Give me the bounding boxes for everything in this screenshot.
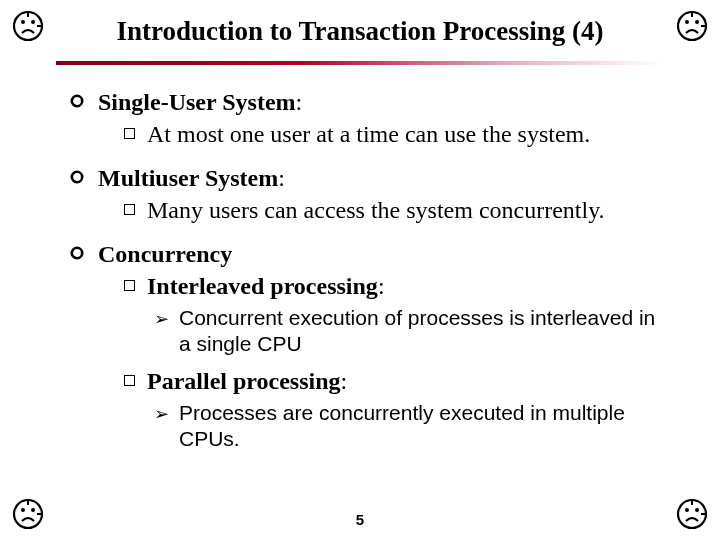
slide-title: Introduction to Transaction Processing (… (0, 0, 720, 47)
svg-point-6 (685, 20, 689, 24)
list-item: Multiuser System: Many users can access … (70, 163, 672, 225)
list-item: Single-User System: At most one user at … (70, 87, 672, 149)
list-item: Concurrency Interleaved processing: ➢ Co… (70, 239, 672, 452)
item-heading: Multiuser System: (98, 163, 672, 193)
bullet-circle-icon (70, 246, 84, 260)
svg-point-7 (695, 20, 699, 24)
svg-point-22 (72, 248, 82, 258)
bullet-square-icon (124, 204, 135, 215)
page-number: 5 (0, 511, 720, 528)
bullet-square-icon (124, 128, 135, 139)
list-subitem: At most one user at a time can use the s… (124, 119, 672, 149)
bullet-arrow-icon: ➢ (154, 310, 169, 328)
subitem-text: Many users can access the system concurr… (147, 195, 672, 225)
svg-point-2 (31, 20, 35, 24)
clock-sad-icon (12, 10, 44, 42)
svg-point-21 (72, 172, 82, 182)
subitem-text: Parallel processing: (147, 366, 672, 396)
subsubitem-text: Concurrent execution of processes is int… (179, 305, 672, 358)
list-subitem: Parallel processing: (124, 366, 672, 396)
item-heading: Concurrency (98, 239, 672, 269)
bullet-square-icon (124, 280, 135, 291)
bullet-arrow-icon: ➢ (154, 405, 169, 423)
list-subitem: Interleaved processing: (124, 271, 672, 301)
clock-sad-icon (676, 10, 708, 42)
subitem-text: At most one user at a time can use the s… (147, 119, 672, 149)
item-heading: Single-User System: (98, 87, 672, 117)
bullet-circle-icon (70, 170, 84, 184)
bullet-circle-icon (70, 94, 84, 108)
svg-point-20 (72, 96, 82, 106)
list-subsubitem: ➢ Concurrent execution of processes is i… (154, 305, 672, 358)
slide-content: Single-User System: At most one user at … (0, 65, 720, 452)
list-subsubitem: ➢ Processes are concurrently executed in… (154, 400, 672, 453)
subitem-text: Interleaved processing: (147, 271, 672, 301)
list-subitem: Many users can access the system concurr… (124, 195, 672, 225)
svg-point-1 (21, 20, 25, 24)
bullet-square-icon (124, 375, 135, 386)
subsubitem-text: Processes are concurrently executed in m… (179, 400, 672, 453)
